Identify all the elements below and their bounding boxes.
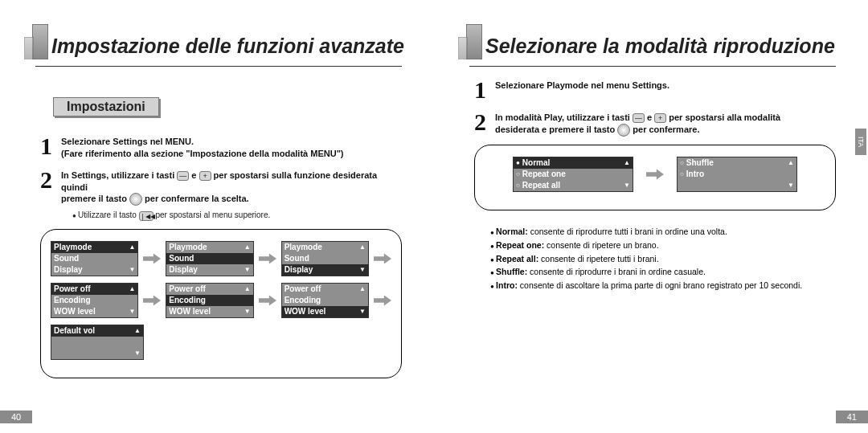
lcd-screen: Playmode▲ Sound Display▼ bbox=[166, 241, 253, 276]
menu-item: Sound bbox=[285, 254, 366, 263]
desc-repeat-one: Repeat one: consente di ripetere un bran… bbox=[490, 239, 836, 252]
step-2-right: 2 In modalità Play, utilizzare i tasti —… bbox=[474, 110, 836, 137]
lcd-screen: ●Normal▲ ○Repeat one ○Repeat all▼ bbox=[513, 157, 633, 192]
plus-icon: + bbox=[199, 171, 211, 181]
menu-item: Display bbox=[169, 265, 244, 274]
playmode-panel: ●Normal▲ ○Repeat one ○Repeat all▼ ○Shuff… bbox=[474, 145, 836, 210]
menu-item: Encoding bbox=[54, 296, 135, 304]
confirm-icon bbox=[129, 193, 142, 206]
title-ornament bbox=[458, 24, 481, 59]
page-right: Selezionare la modalità riproduzione 1 S… bbox=[434, 0, 868, 433]
menu-row: Playmode▲ Sound Display▼ Playmode▲ Sound… bbox=[51, 241, 391, 276]
step-1-line-a: Selezionare Settings nel MENU. bbox=[61, 137, 194, 146]
step-2-c: premere il tasto bbox=[61, 194, 127, 203]
desc-intro: Intro: consente di ascoltare la prima pa… bbox=[490, 279, 836, 292]
page-number-right: 41 bbox=[836, 411, 868, 423]
step-1-line-b: (Fare riferimento alla sezione "Impostaz… bbox=[61, 149, 344, 158]
step-1-left: 1 Selezionare Settings nel MENU. (Fare r… bbox=[40, 134, 402, 160]
step-2-d: per confermare la scelta. bbox=[145, 194, 249, 203]
minus-icon: — bbox=[177, 171, 189, 181]
menu-item: Sound bbox=[169, 254, 250, 263]
playmode-item: Repeat one bbox=[522, 170, 630, 178]
step-2c: desiderata e premere il tasto bbox=[495, 125, 615, 134]
title-block-right: Selezionare la modalità riproduzione bbox=[458, 24, 860, 59]
arrow-icon bbox=[646, 167, 664, 182]
minus-icon: — bbox=[633, 113, 645, 123]
arrow-icon bbox=[143, 293, 161, 308]
step-1-right: 1 Selezionare Playmode nel menu Settings… bbox=[474, 78, 836, 102]
menu-row: Power off▲ Encoding WOW level▼ Power off… bbox=[51, 283, 391, 318]
desc-normal: Normal: consente di riprodurre tutti i b… bbox=[490, 225, 836, 239]
page-left: Impostazione delle funzioni avanzate Imp… bbox=[0, 0, 434, 433]
lcd-screen: ○Shuffle▲ ○Intro ▼ bbox=[677, 157, 797, 192]
lcd-screen: Playmode▲ Sound Display▼ bbox=[281, 241, 369, 276]
and-word: e bbox=[647, 112, 652, 122]
menu-item: Encoding bbox=[169, 296, 250, 304]
menu-item: Playmode bbox=[54, 243, 129, 251]
note-b: per spostarsi al menu superiore. bbox=[155, 210, 270, 219]
page-number-left: 40 bbox=[0, 411, 32, 423]
step-2d: per confermare. bbox=[633, 125, 699, 134]
lcd-screen: Playmode▲ Sound Display▼ bbox=[51, 241, 138, 276]
step-number: 2 bbox=[40, 168, 61, 206]
title-rule bbox=[469, 66, 836, 67]
section-heading: Impostazioni bbox=[53, 97, 159, 116]
step-number: 1 bbox=[40, 134, 61, 160]
menu-item: WOW level bbox=[285, 307, 359, 316]
menu-row: Default vol▲ ▼ bbox=[51, 325, 391, 360]
menu-item: Power off bbox=[54, 284, 129, 293]
lcd-screen: Power off▲ Encoding WOW level▼ bbox=[281, 283, 369, 318]
menu-item: Sound bbox=[54, 254, 135, 263]
menu-item: Default vol bbox=[54, 326, 134, 335]
desc-repeat-all: Repeat all: consente di ripetere tutti i… bbox=[490, 252, 836, 266]
menu-item: WOW level bbox=[169, 307, 244, 316]
step-number: 2 bbox=[474, 110, 495, 137]
step-2b: per spostarsi alla modalità bbox=[669, 112, 780, 122]
title-rule bbox=[35, 66, 402, 67]
language-tab: ITA bbox=[855, 129, 866, 155]
confirm-icon bbox=[617, 124, 630, 137]
arrow-icon bbox=[374, 293, 391, 308]
menu-item: Display bbox=[285, 265, 359, 274]
step-2-left: 2 In Settings, utilizzare i tasti — e + … bbox=[40, 168, 402, 206]
step-number: 1 bbox=[474, 78, 495, 102]
playmode-item: Normal bbox=[522, 158, 624, 167]
arrow-icon bbox=[259, 251, 276, 266]
settings-panel: Playmode▲ Sound Display▼ Playmode▲ Sound… bbox=[40, 229, 402, 378]
menu-item: WOW level bbox=[54, 307, 129, 316]
menu-item: Display bbox=[54, 265, 129, 274]
step-2a: In modalità Play, utilizzare i tasti bbox=[495, 112, 630, 122]
title-block-left: Impostazione delle funzioni avanzate bbox=[24, 24, 426, 59]
menu-item: Power off bbox=[169, 284, 244, 293]
playmode-item: Repeat all bbox=[522, 181, 624, 190]
note-a: Utilizzare il tasto bbox=[78, 210, 137, 219]
title-ornament bbox=[24, 24, 47, 59]
note-left: Utilizzare il tasto ❘◀◀ per spostarsi al… bbox=[72, 210, 402, 220]
page-title-right: Selezionare la modalità riproduzione bbox=[485, 35, 835, 58]
playmode-item: Intro bbox=[686, 170, 794, 178]
lcd-screen: Default vol▲ ▼ bbox=[51, 325, 144, 360]
arrow-icon bbox=[374, 251, 391, 266]
lcd-screen: Power off▲ Encoding WOW level▼ bbox=[51, 283, 138, 318]
arrow-icon bbox=[259, 293, 276, 308]
menu-item: Playmode bbox=[285, 243, 359, 251]
step-1-text: Selezionare Playmode nel menu Settings. bbox=[495, 80, 669, 90]
rewind-icon: ❘◀◀ bbox=[139, 211, 154, 221]
arrow-icon bbox=[143, 251, 161, 266]
menu-item: Playmode bbox=[169, 243, 244, 251]
playmode-descriptions: Normal: consente di riprodurre tutti i b… bbox=[490, 225, 836, 292]
desc-shuffle: Shuffle: consente di riprodurre i brani … bbox=[490, 265, 836, 279]
step-2-a: In Settings, utilizzare i tasti bbox=[61, 170, 174, 180]
plus-icon: + bbox=[654, 113, 666, 123]
menu-item: Power off bbox=[285, 284, 359, 293]
lcd-screen: Power off▲ Encoding WOW level▼ bbox=[166, 283, 253, 318]
menu-item: Encoding bbox=[285, 296, 366, 304]
page-title-left: Impostazione delle funzioni avanzate bbox=[51, 35, 404, 58]
playmode-item: Shuffle bbox=[686, 158, 788, 167]
